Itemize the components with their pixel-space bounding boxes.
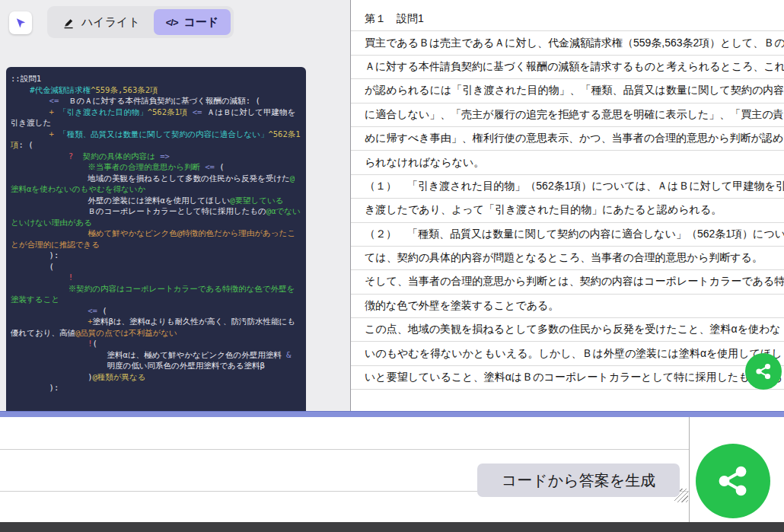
taskbar (0, 522, 784, 532)
ruled-line (0, 449, 690, 450)
code-editor-content: ::設問1 #代金減額請求権^559条,563条2項 <= ＢのＡに対する本件請… (11, 73, 301, 393)
document-line: （１） 「引き渡された目的物」（562条1項）については、ＡはＢに対して甲建物を… (351, 175, 784, 199)
code-line: Ｂのコーポレートカラーとして特に採用したもの@αでないといけない理由がある (11, 205, 301, 228)
code-line: )@種類が異なる (11, 371, 301, 383)
document-line: られなければならない。 (351, 151, 784, 174)
pointer-icon (14, 17, 27, 30)
code-line: <= ＢのＡに対する本件請負契約に基づく報酬の減額: ( (11, 95, 301, 107)
document-line: 第１ 設問1 (351, 8, 784, 31)
document-line: この点、地域の美観を損ねるとして多数の住民から反発を受けたこと、塗料αを使わな (351, 318, 784, 342)
document-line: ては、契約の具体的内容が問題となるところ、当事者の合理的意思から判断する。 (351, 247, 784, 270)
document-line: （２） 「種類、品質又は数量に関して契約の内容に適合しない」（562条1項）につ… (351, 223, 784, 247)
document-pane[interactable]: 第１ 設問1買主であるＢは売主であるＡに対し、代金減額請求権（559条,563条… (350, 0, 784, 411)
code-line: 明度の低い同系色の外壁用塗料である塗料β (11, 360, 301, 371)
code-line: <= ( (11, 305, 301, 317)
code-line: ): (11, 382, 301, 393)
code-line: 塗料αは、極めて鮮やかなピンク色の外壁用塗料 & (11, 349, 301, 361)
code-line: ( (11, 261, 301, 272)
generate-tooltip-label: コードから答案を生成 (502, 470, 655, 491)
code-line: !( (11, 338, 301, 349)
pointer-tool-button[interactable] (9, 11, 32, 34)
share-icon (754, 362, 773, 381)
code-line: +塗料βは、塗料αよりも耐久性が高く、防汚防水性能にも優れており、高値@品質の点… (11, 316, 301, 338)
share-fab-large[interactable] (696, 444, 770, 518)
highlighter-icon (62, 16, 75, 29)
code-line: ! (11, 272, 301, 283)
document-line: 買主であるＢは売主であるＡに対し、代金減額請求権（559条,563条2項）として… (351, 31, 784, 55)
splitter[interactable] (0, 411, 784, 417)
share-icon (715, 464, 751, 499)
code-line: + 「引き渡された目的物」^562条1項 <= ＡはＢに対して甲建物を引き渡した (11, 107, 301, 129)
code-line: + 「種類、品質又は数量に関して契約の内容に適合しない」^562条1項: ( (11, 129, 301, 151)
document-line: に適合しない」、「売主が履行の追完を拒絶する意思を明確に表示した」、「買主の責 (351, 104, 784, 127)
document-line: き渡したであり、よって「引き渡された目的物」にあたると認められる。 (351, 199, 784, 222)
document-line: が認められるには「引き渡された目的物」、「種類、品質又は数量に関して契約の内容 (351, 79, 784, 103)
document-line: いのもやむを得ないかともいえる。しかし、Ｂは外壁の塗装には塗料αを使用してほし (351, 342, 784, 365)
code-line: ※当事者の合理的意思から判断 <= ( (11, 161, 301, 173)
document-line: 徴的な色で外壁を塗装することである。 (351, 295, 784, 318)
document-line: そして、当事者の合理的意思から判断とは、契約の内容はコーポレートカラーである特 (351, 270, 784, 294)
share-fab-small[interactable] (745, 353, 782, 390)
code-line: ::設問1 (11, 73, 301, 84)
code-line: #代金減額請求権^559条,563条2項 (11, 84, 301, 96)
code-line: 極めて鮮やかなピンク色@特徴的色だから理由があったことが合理的に推認できる (11, 228, 301, 250)
bottom-panel: コードから答案を生成 (0, 417, 784, 522)
code-mode-button[interactable]: </> コード (154, 9, 231, 35)
code-line: ? 契約の具体的内容は => (11, 151, 301, 162)
document-line: Ａに対する本件請負契約に基づく報酬の減額を請求するものと考えられるところ、これ (351, 56, 784, 79)
code-line: ※契約の内容はコーポレートカラーである特徴的な色で外壁を塗装すること (11, 283, 301, 305)
generate-tooltip: コードから答案を生成 (477, 464, 680, 497)
panel-vertical-border (689, 417, 690, 522)
code-line: 地域の美観を損ねるとして多数の住民から反発を受けた@塗料αを使わないのもやむを得… (11, 173, 301, 195)
highlight-mode-label: ハイライト (81, 15, 140, 30)
document-line: めに帰すべき事由」、権利行使の意思表示、かつ、当事者の合理的意思から判断が認め (351, 127, 784, 151)
code-editor[interactable]: ::設問1 #代金減額請求権^559条,563条2項 <= ＢのＡに対する本件請… (6, 67, 306, 411)
document-line: いと要望していること、塗料αはＢのコーポレートカラーとして特に採用したものであ (351, 366, 784, 390)
code-mode-label: コード (184, 15, 219, 30)
code-icon: </> (166, 17, 178, 28)
highlight-mode-button[interactable]: ハイライト (50, 9, 152, 35)
document-page: 第１ 設問1買主であるＢは売主であるＡに対し、代金減額請求権（559条,563条… (351, 0, 784, 390)
code-line: 外壁の塗装には塗料αを使用してほしい@要望している (11, 195, 301, 206)
left-pane: ハイライト </> コード ::設問1 #代金減額請求権^559条,563条2項… (0, 0, 350, 411)
mode-toggle: ハイライト </> コード (47, 6, 234, 38)
code-line: ): (11, 250, 301, 261)
